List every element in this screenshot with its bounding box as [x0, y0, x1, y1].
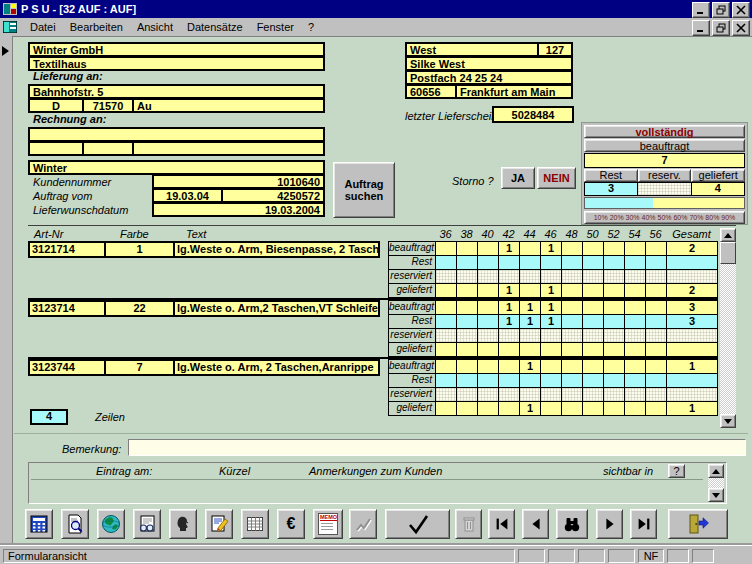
billing-city-field[interactable]: [132, 143, 323, 154]
size-cell-48[interactable]: [561, 359, 583, 374]
menu-item-ansicht[interactable]: Ansicht: [130, 19, 180, 35]
size-cell-44[interactable]: [519, 241, 541, 256]
confirm-button[interactable]: [385, 509, 450, 539]
article-number-field[interactable]: 3123744: [28, 359, 106, 376]
next-record-button[interactable]: [596, 509, 623, 539]
size-cell-46[interactable]: [540, 359, 562, 374]
size-cell-54[interactable]: [624, 300, 646, 315]
size-cell-40[interactable]: [477, 241, 499, 256]
size-cell-46[interactable]: 1: [540, 300, 562, 315]
size-cell-40[interactable]: [477, 300, 499, 315]
customer-name2-field[interactable]: Textilhaus: [28, 56, 325, 71]
globe-button[interactable]: [97, 509, 125, 539]
article-text-field[interactable]: lg.Weste o. Arm,2 Taschen,VT Schleifen: [173, 300, 380, 317]
article-text-field[interactable]: lg.Weste o. Arm, Biesenpasse, 2 Taschen: [173, 241, 380, 258]
print-preview-button[interactable]: [61, 509, 89, 539]
customer-name1-field[interactable]: Winter GmbH: [28, 42, 325, 57]
storno-no-button[interactable]: NEIN: [537, 167, 576, 189]
billing-name-field[interactable]: [28, 127, 325, 142]
menu-item-bearbeiten[interactable]: Bearbeiten: [63, 19, 130, 35]
remark-field[interactable]: [128, 439, 746, 456]
notes-scroll-down-button[interactable]: [708, 488, 724, 502]
minimize-button[interactable]: [692, 2, 710, 18]
customer-shortname-field[interactable]: Winter: [28, 160, 325, 175]
size-cell-56[interactable]: [645, 359, 667, 374]
delivered-column-header[interactable]: geliefert: [691, 169, 745, 182]
size-cell-36[interactable]: [435, 300, 457, 315]
order-overview-button[interactable]: [133, 509, 161, 539]
mdi-close-button[interactable]: [732, 20, 750, 36]
delivery-wish-date-field[interactable]: 19.03.2004: [152, 202, 325, 217]
size-cell-54[interactable]: [624, 359, 646, 374]
restore-button[interactable]: [712, 2, 730, 18]
size-cell-52[interactable]: [603, 300, 625, 315]
rep-city-field[interactable]: Frankfurt am Main: [455, 86, 571, 97]
order-date-field[interactable]: 19.03.04: [152, 188, 223, 203]
size-cell-36[interactable]: [435, 359, 457, 374]
last-record-button[interactable]: [630, 509, 657, 539]
size-cell-50[interactable]: [582, 359, 604, 374]
size-cell-54[interactable]: [624, 241, 646, 256]
billing-zip-field[interactable]: [82, 143, 132, 154]
status-complete-button[interactable]: vollständig: [584, 125, 745, 138]
menu-item-fenster[interactable]: Fenster: [250, 19, 301, 35]
billing-country-field[interactable]: [30, 143, 82, 154]
size-cell-44[interactable]: 1: [519, 359, 541, 374]
grid-scroll-down-button[interactable]: [720, 414, 736, 428]
city-field[interactable]: Au: [132, 100, 323, 111]
rep-region-number-field[interactable]: 127: [537, 44, 571, 55]
size-cell-48[interactable]: [561, 241, 583, 256]
total-cell[interactable]: 3: [666, 300, 718, 315]
size-cell-56[interactable]: [645, 241, 667, 256]
article-text-field[interactable]: lg.Weste o. Arm, 2 Taschen,Aranrippe: [173, 359, 380, 376]
menu-item-?[interactable]: ?: [301, 19, 321, 35]
article-number-field[interactable]: 3121714: [28, 241, 106, 258]
zip-field[interactable]: 71570: [82, 100, 132, 111]
size-cell-38[interactable]: [456, 359, 478, 374]
size-cell-36[interactable]: [435, 241, 457, 256]
calculator-button[interactable]: [25, 509, 53, 539]
total-cell[interactable]: 1: [666, 359, 718, 374]
size-cell-52[interactable]: [603, 241, 625, 256]
table-view-button[interactable]: [241, 509, 269, 539]
storno-yes-button[interactable]: JA: [501, 167, 535, 189]
euro-button[interactable]: €: [277, 509, 305, 539]
mdi-restore-button[interactable]: [712, 20, 730, 36]
size-cell-50[interactable]: [582, 300, 604, 315]
previous-record-button[interactable]: [522, 509, 549, 539]
rep-region-field[interactable]: West: [407, 44, 537, 55]
customer-number-field[interactable]: 1010640: [152, 174, 325, 189]
size-cell-38[interactable]: [456, 241, 478, 256]
size-cell-42[interactable]: 1: [498, 300, 520, 315]
size-cell-40[interactable]: [477, 359, 499, 374]
country-field[interactable]: D: [30, 100, 82, 111]
notes-help-button[interactable]: ?: [668, 464, 685, 478]
menu-item-datei[interactable]: Datei: [23, 19, 63, 35]
rep-name-field[interactable]: Silke West: [405, 56, 573, 71]
memo-button[interactable]: MEMO: [313, 509, 343, 539]
total-cell[interactable]: 2: [666, 241, 718, 256]
color-field[interactable]: 22: [104, 300, 175, 317]
menu-item-datenstze[interactable]: Datensätze: [180, 19, 250, 35]
customer-button[interactable]: [169, 509, 197, 539]
size-cell-48[interactable]: [561, 300, 583, 315]
delivery-street-field[interactable]: Bahnhofstr. 5: [28, 84, 325, 99]
exit-button[interactable]: [668, 509, 728, 539]
size-cell-44[interactable]: 1: [519, 300, 541, 315]
order-number-field[interactable]: 4250572: [221, 188, 325, 203]
article-number-field[interactable]: 3123714: [28, 300, 106, 317]
size-cell-50[interactable]: [582, 241, 604, 256]
rest-column-header[interactable]: Rest: [584, 169, 638, 182]
size-cell-56[interactable]: [645, 300, 667, 315]
size-cell-42[interactable]: [498, 359, 520, 374]
reserved-column-header[interactable]: reserv.: [638, 169, 692, 182]
record-selector-bar[interactable]: [0, 36, 13, 545]
notes-scroll-up-button[interactable]: [708, 464, 724, 478]
last-delivery-note-field[interactable]: 5028484: [492, 106, 574, 123]
close-button[interactable]: [732, 2, 750, 18]
first-record-button[interactable]: [488, 509, 515, 539]
grid-scroll-thumb[interactable]: [720, 242, 736, 264]
size-cell-52[interactable]: [603, 359, 625, 374]
edit-order-button[interactable]: [205, 509, 233, 539]
size-cell-46[interactable]: 1: [540, 241, 562, 256]
